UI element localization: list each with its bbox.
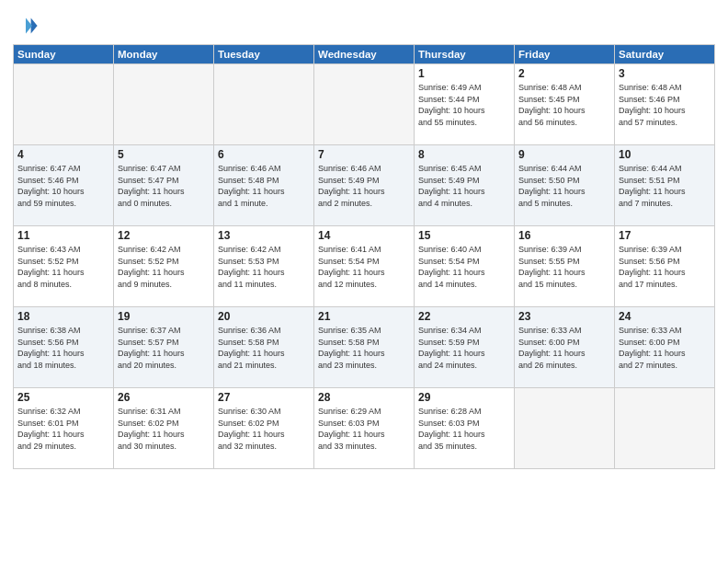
day-info: Sunrise: 6:37 AM Sunset: 5:57 PM Dayligh…	[118, 325, 210, 371]
day-info: Sunrise: 6:38 AM Sunset: 5:56 PM Dayligh…	[17, 325, 109, 371]
weekday-header-saturday: Saturday	[615, 45, 715, 64]
calendar-cell: 16Sunrise: 6:39 AM Sunset: 5:55 PM Dayli…	[515, 226, 615, 307]
calendar-cell: 14Sunrise: 6:41 AM Sunset: 5:54 PM Dayli…	[314, 226, 415, 307]
calendar-cell: 2Sunrise: 6:48 AM Sunset: 5:45 PM Daylig…	[515, 64, 615, 145]
day-info: Sunrise: 6:44 AM Sunset: 5:50 PM Dayligh…	[518, 163, 610, 209]
calendar-cell: 7Sunrise: 6:46 AM Sunset: 5:49 PM Daylig…	[314, 145, 415, 226]
day-info: Sunrise: 6:29 AM Sunset: 6:03 PM Dayligh…	[318, 406, 410, 452]
logo-icon	[13, 13, 39, 39]
day-number: 28	[318, 391, 410, 404]
calendar-cell: 17Sunrise: 6:39 AM Sunset: 5:56 PM Dayli…	[615, 226, 715, 307]
day-number: 26	[118, 391, 210, 404]
day-number: 25	[17, 391, 109, 404]
header	[13, 9, 715, 39]
calendar-cell: 10Sunrise: 6:44 AM Sunset: 5:51 PM Dayli…	[615, 145, 715, 226]
day-info: Sunrise: 6:47 AM Sunset: 5:47 PM Dayligh…	[118, 163, 210, 209]
day-info: Sunrise: 6:33 AM Sunset: 6:00 PM Dayligh…	[619, 325, 711, 371]
calendar-week-row: 4Sunrise: 6:47 AM Sunset: 5:46 PM Daylig…	[14, 145, 715, 226]
day-info: Sunrise: 6:45 AM Sunset: 5:49 PM Dayligh…	[418, 163, 510, 209]
day-number: 15	[418, 229, 510, 242]
weekday-header-thursday: Thursday	[415, 45, 515, 64]
logo	[13, 13, 40, 39]
day-number: 17	[619, 229, 711, 242]
day-number: 11	[17, 229, 109, 242]
calendar-cell: 25Sunrise: 6:32 AM Sunset: 6:01 PM Dayli…	[14, 388, 114, 469]
calendar-cell: 5Sunrise: 6:47 AM Sunset: 5:47 PM Daylig…	[114, 145, 214, 226]
calendar-cell	[114, 64, 214, 145]
day-info: Sunrise: 6:34 AM Sunset: 5:59 PM Dayligh…	[418, 325, 510, 371]
weekday-header-wednesday: Wednesday	[314, 45, 415, 64]
day-info: Sunrise: 6:41 AM Sunset: 5:54 PM Dayligh…	[318, 244, 410, 290]
weekday-header-tuesday: Tuesday	[214, 45, 314, 64]
day-info: Sunrise: 6:30 AM Sunset: 6:02 PM Dayligh…	[218, 406, 310, 452]
weekday-header-friday: Friday	[515, 45, 615, 64]
day-info: Sunrise: 6:48 AM Sunset: 5:46 PM Dayligh…	[619, 82, 711, 128]
day-info: Sunrise: 6:49 AM Sunset: 5:44 PM Dayligh…	[418, 82, 510, 128]
calendar-cell: 6Sunrise: 6:46 AM Sunset: 5:48 PM Daylig…	[214, 145, 314, 226]
day-info: Sunrise: 6:31 AM Sunset: 6:02 PM Dayligh…	[118, 406, 210, 452]
day-number: 2	[518, 67, 610, 80]
calendar-cell: 20Sunrise: 6:36 AM Sunset: 5:58 PM Dayli…	[214, 307, 314, 388]
calendar-cell: 12Sunrise: 6:42 AM Sunset: 5:52 PM Dayli…	[114, 226, 214, 307]
day-number: 4	[17, 148, 109, 161]
calendar-cell: 11Sunrise: 6:43 AM Sunset: 5:52 PM Dayli…	[14, 226, 114, 307]
day-info: Sunrise: 6:46 AM Sunset: 5:49 PM Dayligh…	[318, 163, 410, 209]
day-info: Sunrise: 6:40 AM Sunset: 5:54 PM Dayligh…	[418, 244, 510, 290]
page: SundayMondayTuesdayWednesdayThursdayFrid…	[0, 0, 728, 563]
calendar-cell: 13Sunrise: 6:42 AM Sunset: 5:53 PM Dayli…	[214, 226, 314, 307]
calendar-cell: 8Sunrise: 6:45 AM Sunset: 5:49 PM Daylig…	[415, 145, 515, 226]
calendar-cell	[615, 388, 715, 469]
day-number: 20	[218, 310, 310, 323]
day-number: 8	[418, 148, 510, 161]
calendar-cell: 29Sunrise: 6:28 AM Sunset: 6:03 PM Dayli…	[415, 388, 515, 469]
calendar-cell: 3Sunrise: 6:48 AM Sunset: 5:46 PM Daylig…	[615, 64, 715, 145]
day-number: 5	[118, 148, 210, 161]
day-number: 19	[118, 310, 210, 323]
calendar-cell: 18Sunrise: 6:38 AM Sunset: 5:56 PM Dayli…	[14, 307, 114, 388]
calendar-cell	[214, 64, 314, 145]
calendar-cell: 26Sunrise: 6:31 AM Sunset: 6:02 PM Dayli…	[114, 388, 214, 469]
day-number: 12	[118, 229, 210, 242]
day-number: 10	[619, 148, 711, 161]
day-number: 29	[418, 391, 510, 404]
day-info: Sunrise: 6:36 AM Sunset: 5:58 PM Dayligh…	[218, 325, 310, 371]
day-info: Sunrise: 6:32 AM Sunset: 6:01 PM Dayligh…	[17, 406, 109, 452]
day-number: 7	[318, 148, 410, 161]
calendar-cell: 28Sunrise: 6:29 AM Sunset: 6:03 PM Dayli…	[314, 388, 415, 469]
calendar-cell: 23Sunrise: 6:33 AM Sunset: 6:00 PM Dayli…	[515, 307, 615, 388]
day-info: Sunrise: 6:35 AM Sunset: 5:58 PM Dayligh…	[318, 325, 410, 371]
day-number: 27	[218, 391, 310, 404]
day-info: Sunrise: 6:42 AM Sunset: 5:53 PM Dayligh…	[218, 244, 310, 290]
calendar-cell	[515, 388, 615, 469]
day-info: Sunrise: 6:46 AM Sunset: 5:48 PM Dayligh…	[218, 163, 310, 209]
day-info: Sunrise: 6:28 AM Sunset: 6:03 PM Dayligh…	[418, 406, 510, 452]
calendar-cell	[14, 64, 114, 145]
day-number: 14	[318, 229, 410, 242]
calendar-cell	[314, 64, 415, 145]
calendar-cell: 19Sunrise: 6:37 AM Sunset: 5:57 PM Dayli…	[114, 307, 214, 388]
day-number: 23	[518, 310, 610, 323]
calendar-cell: 22Sunrise: 6:34 AM Sunset: 5:59 PM Dayli…	[415, 307, 515, 388]
calendar-week-row: 11Sunrise: 6:43 AM Sunset: 5:52 PM Dayli…	[14, 226, 715, 307]
day-info: Sunrise: 6:42 AM Sunset: 5:52 PM Dayligh…	[118, 244, 210, 290]
weekday-header-monday: Monday	[114, 45, 214, 64]
weekday-header-row: SundayMondayTuesdayWednesdayThursdayFrid…	[14, 45, 715, 64]
day-number: 3	[619, 67, 711, 80]
day-info: Sunrise: 6:44 AM Sunset: 5:51 PM Dayligh…	[619, 163, 711, 209]
calendar-cell: 21Sunrise: 6:35 AM Sunset: 5:58 PM Dayli…	[314, 307, 415, 388]
day-info: Sunrise: 6:47 AM Sunset: 5:46 PM Dayligh…	[17, 163, 109, 209]
day-number: 9	[518, 148, 610, 161]
day-info: Sunrise: 6:39 AM Sunset: 5:56 PM Dayligh…	[619, 244, 711, 290]
day-info: Sunrise: 6:43 AM Sunset: 5:52 PM Dayligh…	[17, 244, 109, 290]
weekday-header-sunday: Sunday	[14, 45, 114, 64]
calendar-cell: 24Sunrise: 6:33 AM Sunset: 6:00 PM Dayli…	[615, 307, 715, 388]
calendar-cell: 9Sunrise: 6:44 AM Sunset: 5:50 PM Daylig…	[515, 145, 615, 226]
day-info: Sunrise: 6:48 AM Sunset: 5:45 PM Dayligh…	[518, 82, 610, 128]
day-number: 24	[619, 310, 711, 323]
calendar-table: SundayMondayTuesdayWednesdayThursdayFrid…	[13, 44, 715, 469]
day-number: 1	[418, 67, 510, 80]
calendar-cell: 1Sunrise: 6:49 AM Sunset: 5:44 PM Daylig…	[415, 64, 515, 145]
day-number: 18	[17, 310, 109, 323]
day-info: Sunrise: 6:33 AM Sunset: 6:00 PM Dayligh…	[518, 325, 610, 371]
day-number: 6	[218, 148, 310, 161]
